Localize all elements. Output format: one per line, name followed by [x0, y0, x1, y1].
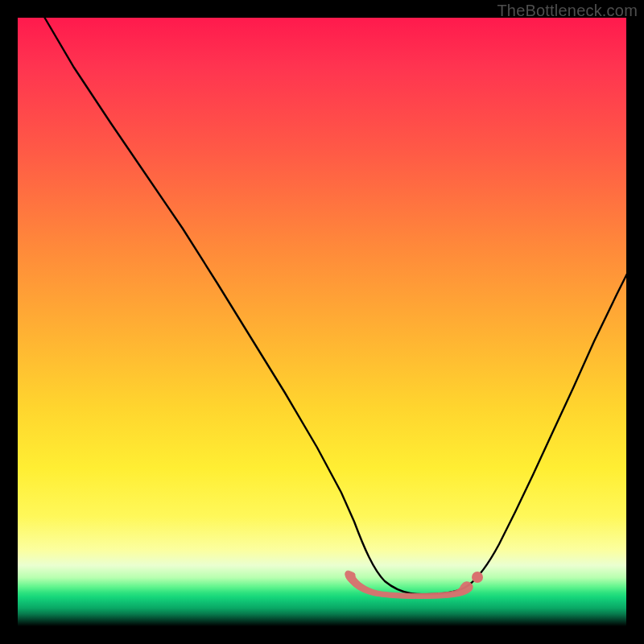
optimal-zone-highlight: [345, 571, 473, 598]
watermark-text: TheBottleneck.com: [497, 2, 638, 20]
curve-path: [42, 13, 628, 594]
bottleneck-curve: [18, 18, 626, 626]
plot-area: [18, 18, 626, 626]
highlight-end-dot: [472, 572, 483, 583]
chart-frame: TheBottleneck.com: [0, 0, 644, 644]
